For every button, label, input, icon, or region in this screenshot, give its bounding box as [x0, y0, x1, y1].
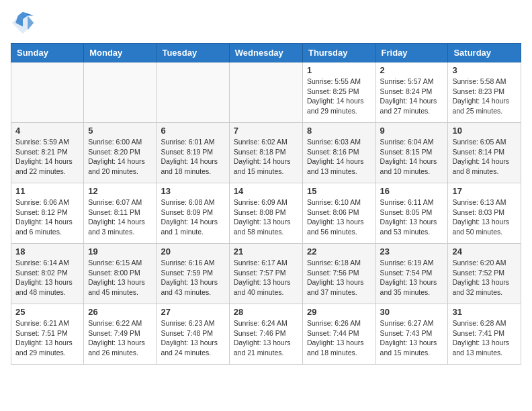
- day-number: 12: [88, 186, 152, 196]
- day-number: 18: [15, 246, 79, 257]
- day-number: 21: [234, 246, 298, 257]
- day-number: 5: [88, 126, 152, 136]
- day-cell: 23Sunrise: 6:19 AM Sunset: 7:54 PM Dayli…: [375, 244, 448, 304]
- page-header: [11, 11, 521, 35]
- day-info: Sunrise: 6:11 AM Sunset: 8:05 PM Dayligh…: [380, 197, 444, 237]
- day-info: Sunrise: 6:03 AM Sunset: 8:16 PM Dayligh…: [307, 137, 371, 177]
- day-number: 30: [380, 307, 444, 317]
- day-number: 29: [307, 307, 371, 317]
- day-cell: 1Sunrise: 5:55 AM Sunset: 8:25 PM Daylig…: [302, 62, 375, 123]
- day-number: 6: [161, 126, 224, 136]
- day-info: Sunrise: 6:04 AM Sunset: 8:15 PM Dayligh…: [380, 137, 444, 177]
- day-cell: 2Sunrise: 5:57 AM Sunset: 8:24 PM Daylig…: [375, 62, 448, 123]
- day-info: Sunrise: 6:22 AM Sunset: 7:49 PM Dayligh…: [88, 318, 152, 358]
- day-cell: 3Sunrise: 5:58 AM Sunset: 8:23 PM Daylig…: [448, 62, 521, 123]
- day-info: Sunrise: 6:17 AM Sunset: 7:57 PM Dayligh…: [234, 258, 298, 298]
- day-number: 8: [307, 126, 371, 136]
- day-cell: 25Sunrise: 6:21 AM Sunset: 7:51 PM Dayli…: [11, 304, 84, 365]
- day-cell: 29Sunrise: 6:26 AM Sunset: 7:44 PM Dayli…: [302, 304, 375, 365]
- day-number: 20: [161, 246, 224, 257]
- day-cell: [84, 62, 157, 123]
- day-cell: 30Sunrise: 6:27 AM Sunset: 7:43 PM Dayli…: [375, 304, 448, 365]
- day-number: 24: [452, 246, 517, 257]
- day-number: 13: [161, 186, 224, 196]
- weekday-header-saturday: Saturday: [448, 44, 521, 62]
- day-info: Sunrise: 6:26 AM Sunset: 7:44 PM Dayligh…: [307, 318, 371, 358]
- day-info: Sunrise: 5:57 AM Sunset: 8:24 PM Dayligh…: [380, 77, 444, 116]
- week-row-1: 1Sunrise: 5:55 AM Sunset: 8:25 PM Daylig…: [11, 62, 521, 123]
- day-cell: 27Sunrise: 6:23 AM Sunset: 7:48 PM Dayli…: [157, 304, 229, 365]
- day-cell: 9Sunrise: 6:04 AM Sunset: 8:15 PM Daylig…: [375, 123, 448, 183]
- day-number: 17: [452, 186, 517, 196]
- day-cell: 12Sunrise: 6:07 AM Sunset: 8:11 PM Dayli…: [84, 183, 157, 244]
- day-cell: 20Sunrise: 6:16 AM Sunset: 7:59 PM Dayli…: [157, 244, 229, 304]
- day-number: 10: [452, 126, 517, 136]
- day-number: 26: [88, 307, 152, 317]
- day-info: Sunrise: 5:55 AM Sunset: 8:25 PM Dayligh…: [307, 77, 371, 116]
- day-cell: 7Sunrise: 6:02 AM Sunset: 8:18 PM Daylig…: [229, 123, 302, 183]
- weekday-header-friday: Friday: [375, 44, 448, 62]
- day-cell: 24Sunrise: 6:20 AM Sunset: 7:52 PM Dayli…: [448, 244, 521, 304]
- day-cell: 26Sunrise: 6:22 AM Sunset: 7:49 PM Dayli…: [84, 304, 157, 365]
- day-cell: 15Sunrise: 6:10 AM Sunset: 8:06 PM Dayli…: [302, 183, 375, 244]
- day-info: Sunrise: 6:14 AM Sunset: 8:02 PM Dayligh…: [15, 258, 79, 298]
- week-row-4: 18Sunrise: 6:14 AM Sunset: 8:02 PM Dayli…: [11, 244, 521, 304]
- day-number: 22: [307, 246, 371, 257]
- day-info: Sunrise: 6:07 AM Sunset: 8:11 PM Dayligh…: [88, 197, 152, 237]
- day-info: Sunrise: 6:19 AM Sunset: 7:54 PM Dayligh…: [380, 258, 444, 298]
- day-cell: 18Sunrise: 6:14 AM Sunset: 8:02 PM Dayli…: [11, 244, 84, 304]
- day-cell: 11Sunrise: 6:06 AM Sunset: 8:12 PM Dayli…: [11, 183, 84, 244]
- day-cell: 10Sunrise: 6:05 AM Sunset: 8:14 PM Dayli…: [448, 123, 521, 183]
- day-number: 28: [234, 307, 298, 317]
- day-number: 25: [15, 307, 79, 317]
- day-info: Sunrise: 6:28 AM Sunset: 7:41 PM Dayligh…: [452, 318, 517, 358]
- day-info: Sunrise: 6:10 AM Sunset: 8:06 PM Dayligh…: [307, 197, 371, 237]
- day-cell: 4Sunrise: 5:59 AM Sunset: 8:21 PM Daylig…: [11, 123, 84, 183]
- day-cell: 31Sunrise: 6:28 AM Sunset: 7:41 PM Dayli…: [448, 304, 521, 365]
- day-number: 9: [380, 126, 444, 136]
- weekday-header-monday: Monday: [84, 44, 157, 62]
- day-info: Sunrise: 6:21 AM Sunset: 7:51 PM Dayligh…: [15, 318, 79, 358]
- week-row-3: 11Sunrise: 6:06 AM Sunset: 8:12 PM Dayli…: [11, 183, 521, 244]
- logo: [11, 11, 38, 35]
- day-number: 7: [234, 126, 298, 136]
- day-info: Sunrise: 6:24 AM Sunset: 7:46 PM Dayligh…: [234, 318, 298, 358]
- day-cell: 16Sunrise: 6:11 AM Sunset: 8:05 PM Dayli…: [375, 183, 448, 244]
- day-number: 14: [234, 186, 298, 196]
- day-cell: 13Sunrise: 6:08 AM Sunset: 8:09 PM Dayli…: [157, 183, 229, 244]
- day-number: 2: [380, 65, 444, 75]
- day-info: Sunrise: 6:13 AM Sunset: 8:03 PM Dayligh…: [452, 197, 517, 237]
- day-cell: 14Sunrise: 6:09 AM Sunset: 8:08 PM Dayli…: [229, 183, 302, 244]
- day-info: Sunrise: 5:59 AM Sunset: 8:21 PM Dayligh…: [15, 137, 79, 177]
- day-info: Sunrise: 6:15 AM Sunset: 8:00 PM Dayligh…: [88, 258, 152, 298]
- weekday-header-thursday: Thursday: [302, 44, 375, 62]
- day-number: 3: [452, 65, 517, 75]
- day-number: 15: [307, 186, 371, 196]
- day-number: 27: [161, 307, 224, 317]
- day-info: Sunrise: 6:01 AM Sunset: 8:19 PM Dayligh…: [161, 137, 224, 177]
- calendar-table: SundayMondayTuesdayWednesdayThursdayFrid…: [11, 43, 521, 365]
- day-cell: 5Sunrise: 6:00 AM Sunset: 8:20 PM Daylig…: [84, 123, 157, 183]
- day-cell: 6Sunrise: 6:01 AM Sunset: 8:19 PM Daylig…: [157, 123, 229, 183]
- day-number: 16: [380, 186, 444, 196]
- weekday-header-tuesday: Tuesday: [157, 44, 229, 62]
- weekday-header-row: SundayMondayTuesdayWednesdayThursdayFrid…: [11, 44, 521, 62]
- svg-marker-1: [28, 15, 34, 30]
- day-cell: 17Sunrise: 6:13 AM Sunset: 8:03 PM Dayli…: [448, 183, 521, 244]
- day-cell: [11, 62, 84, 123]
- day-info: Sunrise: 6:27 AM Sunset: 7:43 PM Dayligh…: [380, 318, 444, 358]
- day-cell: [229, 62, 302, 123]
- day-info: Sunrise: 6:08 AM Sunset: 8:09 PM Dayligh…: [161, 197, 224, 237]
- day-number: 4: [15, 126, 79, 136]
- day-cell: 21Sunrise: 6:17 AM Sunset: 7:57 PM Dayli…: [229, 244, 302, 304]
- day-cell: [157, 62, 229, 123]
- day-number: 11: [15, 186, 79, 196]
- day-cell: 28Sunrise: 6:24 AM Sunset: 7:46 PM Dayli…: [229, 304, 302, 365]
- day-info: Sunrise: 6:16 AM Sunset: 7:59 PM Dayligh…: [161, 258, 224, 298]
- logo-icon: [11, 11, 35, 35]
- day-cell: 19Sunrise: 6:15 AM Sunset: 8:00 PM Dayli…: [84, 244, 157, 304]
- day-info: Sunrise: 6:20 AM Sunset: 7:52 PM Dayligh…: [452, 258, 517, 298]
- day-info: Sunrise: 6:05 AM Sunset: 8:14 PM Dayligh…: [452, 137, 517, 177]
- day-number: 1: [307, 65, 371, 75]
- day-info: Sunrise: 6:00 AM Sunset: 8:20 PM Dayligh…: [88, 137, 152, 177]
